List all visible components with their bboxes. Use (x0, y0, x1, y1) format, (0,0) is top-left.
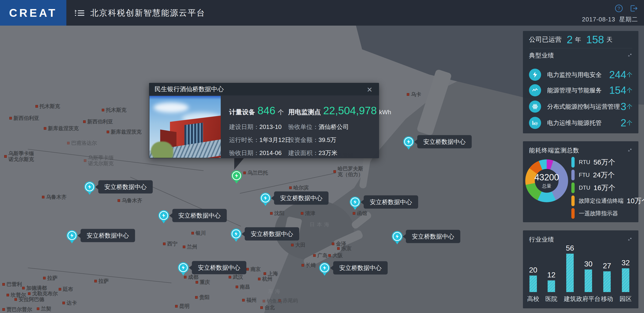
marker-pin (260, 193, 271, 203)
map-marker[interactable]: 安立桥数据中心 (319, 263, 330, 278)
lightning-bolt-icon (529, 69, 541, 81)
help-icon[interactable]: ? (615, 4, 623, 13)
map-marker[interactable]: 安立桥数据中心 (260, 193, 271, 209)
place-name: 贾巴尔普尔 (6, 307, 32, 312)
map-place-label: 托木斯克 (36, 103, 60, 109)
map-place-label: 托木斯克 (102, 107, 126, 113)
map-marker[interactable]: 安立桥数据中心 (231, 229, 242, 244)
place-bullet-icon (9, 117, 12, 119)
map-marker-label[interactable]: 安立桥数据中心 (245, 227, 299, 241)
map-marker-label[interactable]: 安立桥数据中心 (172, 209, 227, 222)
place-name: 杭州 (262, 276, 272, 282)
place-name: 上海 (268, 271, 278, 277)
detail-value: 1年3月12日 (259, 136, 291, 144)
map-place-label: 乌鲁木齐 (118, 198, 142, 203)
place-name: 哈巴罗夫斯 克（伯力） (338, 166, 363, 178)
weekday-value: 星期二 (619, 16, 638, 23)
place-name: 日本海 (310, 222, 331, 227)
place-bullet-icon (258, 278, 260, 280)
map-place-label: 南昌 (236, 284, 250, 290)
menu-list-icon[interactable] (74, 8, 85, 17)
marker-pin (66, 230, 77, 241)
stat-label: 用电监测点 (288, 108, 321, 117)
stat-value: 846 (258, 104, 276, 117)
place-bullet-icon (291, 244, 294, 246)
map-marker-label[interactable]: 安立桥数据中心 (274, 192, 328, 205)
logout-icon[interactable] (630, 4, 638, 13)
map-marker-label[interactable]: 安立桥数据中心 (192, 261, 246, 274)
industry-bar (585, 270, 592, 292)
map-place-label: 戈勒克布尔 (28, 291, 58, 297)
map-marker[interactable]: 安立桥数据中心 (66, 230, 77, 246)
place-name: 廷布 (63, 286, 73, 292)
place-bullet-icon (44, 127, 46, 130)
place-name: 新西伯利亚 (14, 115, 39, 121)
map-marker-label[interactable]: 安立桥数据中心 (406, 230, 460, 243)
expand-icon[interactable] (628, 147, 632, 154)
map-place-label: 长崎 (302, 262, 316, 268)
place-name: 大田 (295, 242, 306, 248)
place-bullet-icon (242, 299, 245, 301)
map-place-label: 沈阳 (270, 210, 284, 216)
map-marker[interactable]: 安立桥数据中心 (158, 210, 169, 226)
lightning-bolt-icon (85, 182, 94, 191)
map-marker[interactable]: 安立桥数据中心 (178, 262, 188, 278)
operation-days: 158 (586, 33, 604, 46)
place-bullet-icon (107, 131, 109, 133)
industry-header: 行业业绩 (529, 234, 632, 245)
place-name: 大阪 (332, 253, 343, 258)
map-marker-label[interactable]: 安立桥数据中心 (98, 180, 153, 194)
typical-item-label: 能源管理与节能服务 (547, 86, 609, 94)
stat-unit: kWh (379, 109, 391, 116)
expand-icon[interactable] (628, 52, 632, 59)
map-marker-label[interactable]: 安立桥数据中心 (417, 135, 472, 148)
popup-detail-row: 验收日期：2014-06 (229, 149, 282, 157)
place-bullet-icon (301, 212, 303, 215)
detail-value: 酒仙桥公司 (318, 123, 349, 131)
close-icon[interactable]: ✕ (365, 85, 374, 94)
selected-map-marker[interactable] (231, 170, 242, 186)
place-bullet-icon (67, 142, 70, 144)
map-marker-label[interactable]: 安立桥数据中心 (364, 196, 418, 209)
place-bullet-icon (332, 243, 334, 245)
place-bullet-icon (163, 243, 166, 245)
operation-summary: 公司已运营 2 年 158 天 (529, 31, 632, 48)
place-name: 重庆 (200, 279, 210, 285)
popup-detail-row: 运行时长：1年3月12日 (229, 136, 291, 144)
place-name: 南昌 (240, 284, 250, 290)
place-name: 乌卡 (411, 91, 421, 97)
map-marker[interactable]: 安立桥数据中心 (350, 197, 360, 213)
legend-value: 10万个 (627, 196, 644, 206)
map-marker[interactable]: 安立桥数据中心 (392, 231, 402, 247)
industry-bar (603, 271, 611, 292)
place-name: 台北 (264, 305, 275, 311)
place-name: 乌鲁木齐 (122, 198, 142, 203)
map-marker-label[interactable]: 安立桥数据中心 (333, 261, 388, 275)
map-place-label: 兰州 (183, 244, 197, 250)
legend-color-bar (571, 157, 574, 168)
industry-bar-value: 27 (596, 262, 618, 270)
place-bullet-icon (102, 109, 104, 111)
legend-item: DTU16万个 (571, 182, 615, 193)
place-bullet-icon (278, 299, 281, 302)
place-name: 新库兹涅茨克 (111, 129, 142, 135)
typical-item-label: 分布式能源控制与运营管理 (547, 103, 621, 111)
place-bullet-icon (2, 308, 5, 311)
place-bullet-icon (289, 186, 292, 189)
map-place-label: 新西伯利亚 (83, 119, 113, 124)
expand-icon[interactable] (628, 236, 632, 243)
marker-pin (84, 182, 95, 192)
typical-performance-item: 电力运维与能源托管2个 (529, 117, 632, 129)
map-marker[interactable]: 安立桥数据中心 (403, 136, 414, 152)
map-marker-label[interactable]: 安立桥数据中心 (80, 229, 135, 242)
map-place-label: 贵阳 (195, 294, 210, 300)
typical-item-value: 244 (609, 69, 626, 80)
map-marker[interactable]: 安立桥数据中心 (84, 182, 95, 197)
place-bullet-icon (83, 120, 86, 123)
operation-years-unit: 年 (575, 36, 581, 44)
map-place-label: 贾巴尔普尔 (2, 307, 32, 312)
marker-pin (350, 197, 360, 207)
map-place-label: 福州 (242, 297, 256, 303)
photo-bush (151, 141, 173, 158)
stat-label: 计量设备 (229, 108, 255, 117)
